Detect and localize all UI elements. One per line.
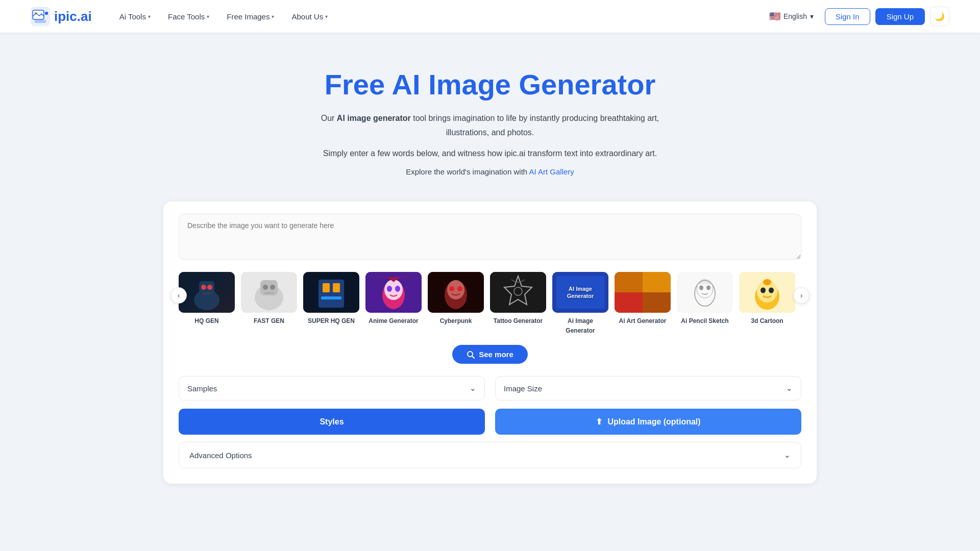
svg-rect-16 bbox=[264, 292, 274, 294]
style-card-super-hq-gen[interactable]: SUPER HQ GEN bbox=[303, 272, 359, 335]
svg-rect-3 bbox=[35, 20, 46, 23]
style-card-anime[interactable]: Anime Generator bbox=[365, 272, 422, 335]
style-card-ai-art-gen[interactable]: Ai Art Generator bbox=[615, 272, 671, 335]
nav-face-tools[interactable]: Face Tools ▾ bbox=[161, 8, 216, 25]
logo-icon bbox=[31, 7, 50, 26]
image-size-label: Image Size bbox=[504, 384, 542, 393]
nav-ai-tools[interactable]: Ai Tools ▾ bbox=[112, 8, 158, 25]
svg-rect-20 bbox=[333, 283, 340, 292]
chevron-down-icon: ⌄ bbox=[784, 450, 791, 460]
action-row: Styles ⬆ Upload Image (optional) bbox=[179, 409, 801, 435]
style-card-ai-pencil-sketch[interactable]: Ai Pencil Sketch bbox=[677, 272, 733, 335]
hero-description: Our AI image generator tool brings imagi… bbox=[316, 111, 664, 139]
theme-icon: 🌙 bbox=[935, 12, 945, 21]
chevron-left-icon: ‹ bbox=[178, 291, 180, 299]
styles-button[interactable]: Styles bbox=[179, 409, 485, 435]
upload-icon: ⬆ bbox=[596, 417, 602, 427]
svg-point-46 bbox=[706, 285, 710, 290]
style-card-image-ai-art-gen bbox=[615, 272, 671, 313]
hero-gallery-prompt: Explore the world's imagination with AI … bbox=[163, 167, 817, 176]
page-title: Free AI Image Generator bbox=[163, 68, 817, 101]
see-more-button[interactable]: See more bbox=[452, 345, 528, 364]
style-card-hq-gen[interactable]: HQ GEN bbox=[179, 272, 235, 335]
style-carousel: ‹ HQ GEN bbox=[179, 272, 801, 335]
see-more-label: See more bbox=[479, 350, 513, 359]
style-card-label-ai-art-gen: Ai Art Generator bbox=[619, 317, 667, 324]
style-card-image-fast-gen bbox=[241, 272, 297, 313]
svg-rect-38 bbox=[615, 272, 643, 292]
svg-rect-21 bbox=[321, 296, 341, 299]
carousel-prev-button[interactable]: ‹ bbox=[170, 287, 187, 304]
style-card-label-ai-image-gen: Ai Image Generator bbox=[566, 317, 595, 334]
language-selector[interactable]: 🇺🇸 English ▾ bbox=[763, 8, 820, 25]
svg-point-8 bbox=[201, 285, 206, 290]
svg-rect-19 bbox=[323, 283, 330, 292]
upload-image-button[interactable]: ⬆ Upload Image (optional) bbox=[495, 409, 801, 435]
svg-point-45 bbox=[699, 285, 703, 290]
prompt-input[interactable] bbox=[179, 214, 801, 260]
style-card-cyberpunk[interactable]: Cyberpunk bbox=[428, 272, 484, 335]
svg-point-52 bbox=[763, 279, 771, 285]
image-size-select[interactable]: Image Size ⌄ bbox=[495, 376, 801, 400]
svg-point-31 bbox=[457, 286, 462, 291]
svg-point-9 bbox=[207, 285, 212, 290]
hero-description-line2: Simply enter a few words below, and witn… bbox=[316, 146, 664, 160]
flag-icon: 🇺🇸 bbox=[769, 11, 780, 22]
logo[interactable]: ipic.ai bbox=[31, 7, 92, 26]
upload-label: Upload Image (optional) bbox=[607, 417, 700, 427]
ai-art-gallery-link[interactable]: AI Art Gallery bbox=[529, 167, 574, 176]
options-row: Samples ⌄ Image Size ⌄ bbox=[179, 376, 801, 400]
svg-rect-10 bbox=[203, 292, 211, 294]
style-card-image-hq-gen bbox=[179, 272, 235, 313]
svg-rect-18 bbox=[318, 280, 344, 308]
svg-point-15 bbox=[270, 285, 275, 290]
advanced-options-row[interactable]: Advanced Options ⌄ bbox=[179, 442, 801, 468]
style-card-image-anime bbox=[365, 272, 422, 313]
style-card-image-tattoo bbox=[490, 272, 546, 313]
chevron-down-icon: ▾ bbox=[325, 14, 328, 19]
samples-select[interactable]: Samples ⌄ bbox=[179, 376, 485, 400]
ai-image-gen-text-overlay: AI ImageGenerator bbox=[567, 285, 594, 300]
svg-point-26 bbox=[395, 286, 400, 292]
hero-desc-part1: Our bbox=[321, 114, 337, 122]
style-card-label-ai-pencil-sketch: Ai Pencil Sketch bbox=[681, 317, 728, 324]
nav-links: Ai Tools ▾ Face Tools ▾ Free Images ▾ Ab… bbox=[112, 8, 763, 25]
style-card-image-cyberpunk bbox=[428, 272, 484, 313]
signin-button[interactable]: Sign In bbox=[825, 8, 870, 25]
navbar: ipic.ai Ai Tools ▾ Face Tools ▾ Free Ima… bbox=[0, 0, 980, 33]
logo-text: ipic.ai bbox=[54, 9, 92, 24]
style-card-label-hq-gen: HQ GEN bbox=[194, 317, 218, 324]
language-label: English bbox=[783, 12, 807, 20]
carousel-next-button[interactable]: › bbox=[793, 287, 810, 304]
style-card-3d-cartoon[interactable]: 3d Cartoon bbox=[739, 272, 795, 335]
chevron-down-icon: ⌄ bbox=[470, 384, 476, 393]
style-card-label-tattoo: Tattoo Generator bbox=[494, 317, 543, 324]
theme-toggle-button[interactable]: 🌙 bbox=[930, 7, 949, 26]
style-card-image-super-hq-gen bbox=[303, 272, 359, 313]
style-card-fast-gen[interactable]: FAST GEN bbox=[241, 272, 297, 335]
style-card-ai-image-gen[interactable]: AI ImageGenerator Ai Image Generator bbox=[552, 272, 608, 335]
main-content: Free AI Image Generator Our AI image gen… bbox=[133, 33, 847, 514]
svg-rect-4 bbox=[45, 12, 48, 15]
svg-point-50 bbox=[761, 287, 766, 293]
carousel-track: HQ GEN FAST GEN bbox=[179, 272, 801, 335]
style-card-image-ai-image-gen: AI ImageGenerator bbox=[552, 272, 608, 313]
style-card-label-fast-gen: FAST GEN bbox=[254, 317, 284, 324]
nav-free-images[interactable]: Free Images ▾ bbox=[219, 8, 281, 25]
hero-section: Free AI Image Generator Our AI image gen… bbox=[163, 68, 817, 176]
nav-about-us[interactable]: About Us ▾ bbox=[284, 8, 335, 25]
signup-button[interactable]: Sign Up bbox=[875, 8, 925, 25]
nav-right: 🇺🇸 English ▾ Sign In Sign Up 🌙 bbox=[763, 7, 949, 26]
svg-line-59 bbox=[472, 356, 474, 358]
svg-rect-42 bbox=[677, 272, 733, 313]
svg-rect-40 bbox=[615, 292, 643, 313]
chevron-down-icon: ▾ bbox=[272, 14, 274, 19]
style-card-tattoo[interactable]: Tattoo Generator bbox=[490, 272, 546, 335]
style-card-label-cyberpunk: Cyberpunk bbox=[440, 317, 472, 324]
generator-box: ‹ HQ GEN bbox=[163, 202, 817, 484]
svg-point-25 bbox=[387, 286, 392, 292]
svg-point-51 bbox=[769, 287, 774, 293]
chevron-down-icon: ▾ bbox=[207, 14, 209, 19]
chevron-right-icon: › bbox=[800, 291, 803, 299]
style-card-image-ai-pencil-sketch bbox=[677, 272, 733, 313]
